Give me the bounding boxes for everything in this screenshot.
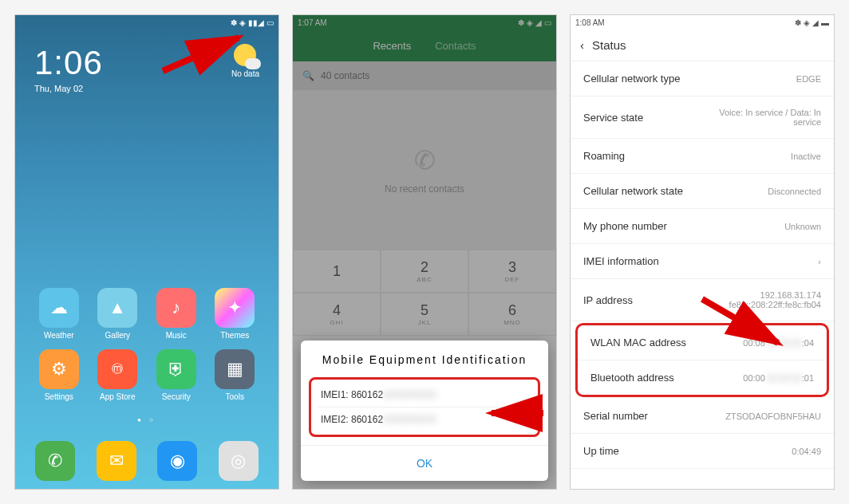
clock-date: Thu, May 02 [34,84,103,93]
dialer-screen: 1:07 AM ✽ ◈ ◢ ▭ Recents Contacts 🔍 40 co… [292,14,557,490]
dock: ✆ ✉ ◉ ◎ [15,433,278,489]
settings-list[interactable]: Cellular network typeEDGE Service stateV… [571,61,834,469]
row-service-state[interactable]: Service stateVoice: In service / Data: I… [571,96,834,139]
dialog-title: Mobile Equipment Identification [301,353,548,366]
row-phone-number[interactable]: My phone numberUnknown [571,209,834,244]
bluetooth-icon: ✽ [795,18,801,27]
imei-highlight-box: IMEI1: 8601620000000000 IMEI2: 860162000… [309,377,540,437]
imei-dialog: Mobile Equipment Identification IMEI1: 8… [301,341,548,481]
ok-button[interactable]: OK [301,445,548,481]
row-serial[interactable]: Serial numberZTSODAOFOBNF5HAU [571,399,834,434]
settings-header: ‹ Status [571,30,834,61]
wifi-icon: ◈ [804,18,810,27]
signal-icon: ◢ [812,18,819,27]
row-uptime[interactable]: Up time0:04:49 [571,434,834,469]
battery-icon: ▭ [267,18,274,27]
dock-messages[interactable]: ✉ [97,441,136,481]
status-screen: 1:08 AM ✽ ◈ ◢ ▬ ‹ Status Cellular networ… [570,14,835,490]
app-store[interactable]: ⓜApp Store [89,349,148,401]
clock-widget[interactable]: 1:06 Thu, May 02 No data [15,30,278,108]
status-bar: 1:08 AM ✽ ◈ ◢ ▬ [571,15,834,30]
page-indicator: ● ○ [15,416,278,423]
app-label: Weather [44,331,74,340]
app-label: Settings [45,392,73,401]
app-label: Gallery [105,331,130,340]
mac-highlight-box: WLAN MAC address00:08:00:00:00:04 Blueto… [575,323,829,397]
dock-camera[interactable]: ◎ [219,441,259,481]
row-roaming[interactable]: RoamingInactive [571,139,834,174]
wifi-icon: ◈ [239,18,246,27]
weather-icon [234,44,256,66]
app-label: Security [162,392,191,401]
status-bar: ✽ ◈ ▮▮◢ ▭ [15,15,278,30]
imei1-row: IMEI1: 8601620000000000 [318,383,531,408]
app-label: Music [166,331,187,340]
row-bt-address[interactable]: Bluetooth address00:00:00:00:00:01 [578,360,827,395]
weather-label: No data [231,69,259,78]
bluetooth-icon: ✽ [231,18,237,27]
app-music[interactable]: ♪Music [147,288,206,340]
back-icon[interactable]: ‹ [580,38,584,52]
clock-time: 1:06 [34,44,103,82]
app-weather[interactable]: ☁Weather [30,288,89,340]
app-label: App Store [100,392,135,401]
imei2-row: IMEI2: 8601620000000000 [318,408,531,431]
app-tools[interactable]: ▦Tools [206,349,265,401]
header-title: Status [592,38,626,52]
app-security[interactable]: ⛨Security [147,349,206,401]
dock-phone[interactable]: ✆ [35,441,75,481]
row-imei-info[interactable]: IMEI information› [571,244,834,279]
row-cell-type[interactable]: Cellular network typeEDGE [571,61,834,96]
app-gallery[interactable]: ▲Gallery [89,288,148,340]
dock-browser[interactable]: ◉ [157,441,197,481]
home-screen: ✽ ◈ ▮▮◢ ▭ 1:06 Thu, May 02 No data ☁Weat… [14,14,279,490]
status-time: 1:08 AM [575,18,792,27]
row-cell-state[interactable]: Cellular network stateDisconnected [571,174,834,209]
weather-widget[interactable]: No data [231,44,259,78]
battery-icon: ▬ [821,18,829,27]
row-wlan-mac[interactable]: WLAN MAC address00:08:00:00:00:04 [578,325,827,360]
app-themes[interactable]: ✦Themes [206,288,265,340]
app-grid: ☁Weather ▲Gallery ♪Music ✦Themes ⚙Settin… [15,288,278,401]
signal-icon: ▮▮◢ [248,18,264,27]
app-settings[interactable]: ⚙Settings [30,349,89,401]
row-ip-address[interactable]: IP address192.168.31.174 fe80::208:22ff:… [571,279,834,321]
app-label: Tools [226,392,244,401]
app-label: Themes [220,331,249,340]
